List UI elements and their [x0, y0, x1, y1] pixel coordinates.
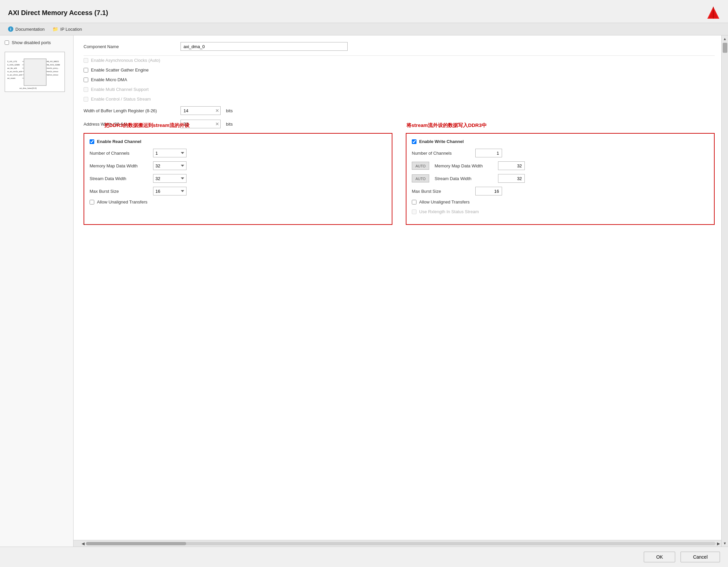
- scroll-up-arrow[interactable]: ▲: [722, 36, 727, 41]
- enable-write-channel-checkbox[interactable]: [412, 139, 416, 144]
- component-name-row: Component Name: [84, 42, 715, 51]
- show-disabled-ports-row: Show disabled ports: [5, 40, 69, 45]
- vertical-scrollbar[interactable]: ▲ ▼: [721, 35, 728, 547]
- component-name-label: Component Name: [84, 44, 177, 49]
- svg-text:axi_lite_aclk: axi_lite_aclk: [7, 67, 17, 69]
- write-mem-map-auto-badge: AUTO: [412, 162, 429, 170]
- read-mem-map-width-row: Memory Map Data Width 3264128256: [90, 161, 385, 170]
- buffer-length-clear-btn[interactable]: ✕: [215, 108, 219, 113]
- buffer-length-row: Width of Buffer Length Register (8-26) ✕…: [84, 106, 715, 115]
- buffer-length-input-wrapper: ✕: [180, 106, 221, 115]
- write-mem-map-width-input[interactable]: [498, 161, 525, 170]
- scroll-bar-track: [86, 542, 716, 545]
- title-bar: AXI Direct Memory Access (7.1): [0, 0, 728, 23]
- read-allow-unaligned-checkbox[interactable]: [90, 200, 94, 204]
- enable-read-channel-checkbox[interactable]: [90, 139, 94, 144]
- buffer-length-input[interactable]: [180, 106, 221, 115]
- cancel-button[interactable]: Cancel: [681, 552, 720, 562]
- read-num-channels-select[interactable]: 124816: [153, 149, 187, 157]
- use-rxlength-row: Use Rxlength In Status Stream: [412, 209, 707, 214]
- config-area: Component Name Enable Asynchronous Clock…: [74, 35, 728, 540]
- svg-text:mm2s_introut: mm2s_introut: [47, 70, 58, 73]
- component-diagram: S_AXI_LITE S_AXIS_S2MM axi_lite_aclk m_a…: [5, 52, 65, 92]
- svg-text:M_AXIS_S2MM: M_AXIS_S2MM: [47, 64, 60, 66]
- right-panel: ▲ ▼ Component Name Enable Asynchronous C…: [74, 35, 728, 547]
- bottom-bar: OK Cancel: [0, 547, 728, 567]
- use-rxlength-label: Use Rxlength In Status Stream: [419, 209, 479, 214]
- read-num-channels-row: Number of Channels 124816: [90, 149, 385, 157]
- buffer-length-unit: bits: [226, 108, 233, 113]
- read-channel-annotation: 把DDR3的数据搬运到stream流的外设: [104, 122, 190, 129]
- enable-micro-dma-row: Enable Micro DMA: [84, 77, 715, 82]
- info-icon: i: [8, 26, 13, 32]
- svg-text:m_axi_mm2s_aclk: m_axi_mm2s_aclk: [7, 70, 22, 73]
- write-mem-map-width-label: Memory Map Data Width: [435, 163, 495, 168]
- folder-icon: 📁: [52, 26, 58, 32]
- scroll-left-arrow[interactable]: ◀: [80, 541, 86, 546]
- component-name-input[interactable]: [180, 42, 348, 51]
- enable-scatter-gather-checkbox[interactable]: [84, 68, 88, 73]
- write-stream-data-width-row: AUTO Stream Data Width: [412, 174, 707, 183]
- left-panel: Show disabled ports S_AXI_LITE S_AXIS_S2…: [0, 35, 74, 547]
- enable-scatter-gather-label: Enable Scatter Gather Engine: [91, 67, 149, 73]
- write-channel-annotation: 将stream流外设的数据写入DDR3中: [406, 122, 487, 129]
- component-preview: S_AXI_LITE S_AXIS_S2MM axi_lite_aclk m_a…: [5, 52, 65, 92]
- write-num-channels-input[interactable]: [475, 149, 502, 157]
- scroll-down-arrow[interactable]: ▼: [722, 541, 727, 546]
- address-width-clear-btn[interactable]: ✕: [215, 121, 219, 127]
- toolbar: i Documentation 📁 IP Location: [0, 23, 728, 35]
- enable-micro-dma-label: Enable Micro DMA: [91, 77, 127, 82]
- write-allow-unaligned-checkbox[interactable]: [412, 200, 416, 204]
- scroll-bar-thumb[interactable]: [86, 542, 186, 545]
- write-max-burst-label: Max Burst Size: [412, 189, 472, 194]
- read-stream-data-width-select[interactable]: 3264128256: [153, 174, 187, 183]
- ip-location-button[interactable]: 📁 IP Location: [52, 26, 82, 32]
- address-width-unit: bits: [226, 122, 233, 127]
- enable-micro-dma-checkbox[interactable]: [84, 78, 88, 82]
- main-window: AXI Direct Memory Access (7.1) i Documen…: [0, 0, 728, 567]
- write-allow-unaligned-label: Allow Unaligned Transfers: [419, 199, 470, 204]
- scroll-thumb[interactable]: [723, 43, 727, 53]
- buffer-length-label: Width of Buffer Length Register (8-26): [84, 108, 177, 113]
- enable-multi-channel-checkbox: [84, 87, 88, 92]
- write-stream-data-width-input[interactable]: [498, 174, 525, 183]
- enable-multi-channel-label: Enable Multi Channel Support: [91, 87, 149, 92]
- enable-async-clocks-row: Enable Asynchronous Clocks (Auto): [84, 58, 715, 63]
- svg-rect-3: [24, 59, 46, 86]
- documentation-button[interactable]: i Documentation: [8, 26, 44, 32]
- write-max-burst-input[interactable]: [475, 187, 502, 195]
- enable-async-clocks-label: Enable Asynchronous Clocks (Auto): [91, 58, 160, 63]
- documentation-label: Documentation: [15, 27, 44, 32]
- svg-text:axi_resetn: axi_resetn: [7, 77, 16, 79]
- scroll-right-arrow[interactable]: ▶: [716, 541, 721, 546]
- show-disabled-ports-label: Show disabled ports: [12, 40, 51, 45]
- enable-multi-channel-row: Enable Multi Channel Support: [84, 87, 715, 92]
- svg-text:mm2s_prmry...: mm2s_prmry...: [47, 67, 59, 69]
- enable-control-status-checkbox: [84, 97, 88, 102]
- read-channel-title-row: Enable Read Channel: [90, 139, 385, 144]
- svg-text:m_axi_s2mm_aclk: m_axi_s2mm_aclk: [7, 74, 22, 76]
- write-num-channels-row: Number of Channels: [412, 149, 707, 157]
- write-channel-title: Enable Write Channel: [419, 139, 464, 144]
- read-max-burst-select[interactable]: 248163264: [153, 187, 187, 195]
- write-channel-title-row: Enable Write Channel: [412, 139, 707, 144]
- enable-control-status-row: Enable Control / Status Stream: [84, 97, 715, 102]
- horizontal-scrollbar[interactable]: ◀ ▶: [74, 540, 728, 547]
- show-disabled-ports-checkbox[interactable]: [5, 40, 9, 45]
- read-mem-map-width-select[interactable]: 3264128256: [153, 161, 187, 170]
- svg-text:M_AXI_MM2S: M_AXI_MM2S: [47, 60, 59, 62]
- enable-control-status-label: Enable Control / Status Stream: [91, 97, 151, 102]
- write-max-burst-row: Max Burst Size: [412, 187, 707, 195]
- read-stream-data-width-label: Stream Data Width: [90, 176, 150, 181]
- read-stream-data-width-row: Stream Data Width 3264128256: [90, 174, 385, 183]
- enable-scatter-gather-row: Enable Scatter Gather Engine: [84, 67, 715, 73]
- main-content: Show disabled ports S_AXI_LITE S_AXIS_S2…: [0, 35, 728, 547]
- ok-button[interactable]: OK: [644, 552, 675, 562]
- read-channel-title: Enable Read Channel: [97, 139, 141, 144]
- read-channel-section: 把DDR3的数据搬运到stream流的外设 Enable Read Channe…: [84, 133, 392, 225]
- svg-text:S_AXIS_S2MM: S_AXIS_S2MM: [7, 64, 20, 66]
- write-stream-auto-badge: AUTO: [412, 174, 429, 182]
- read-mem-map-width-label: Memory Map Data Width: [90, 163, 150, 168]
- read-max-burst-row: Max Burst Size 248163264: [90, 187, 385, 195]
- read-num-channels-label: Number of Channels: [90, 151, 150, 156]
